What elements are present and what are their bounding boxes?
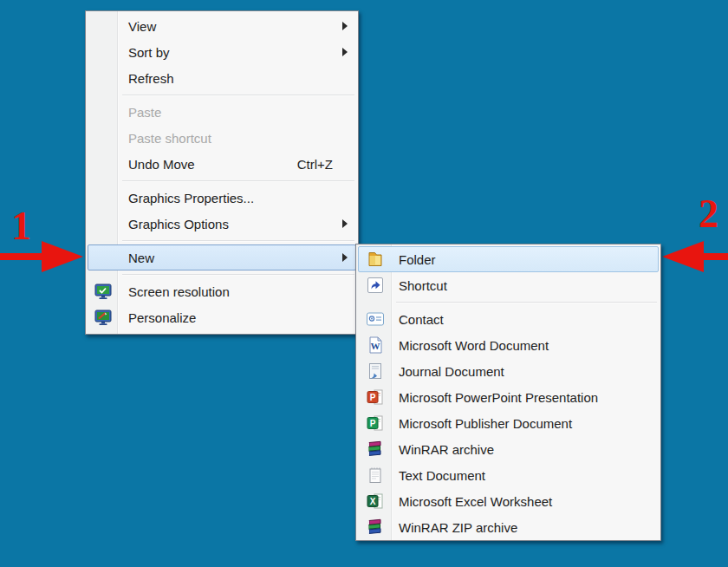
folder-icon [359, 250, 392, 269]
menu-item-label: New [118, 251, 355, 265]
menu-item-label: WinRAR archive [392, 442, 658, 457]
desktop-context-menu: ViewSort byRefreshPastePaste shortcutUnd… [85, 10, 359, 335]
menu-item-label: Refresh [118, 71, 355, 86]
context-menu-item-paste[interactable]: Paste [88, 99, 356, 125]
menu-item-label: Graphics Properties... [118, 191, 355, 205]
context-menu-item-refresh[interactable]: Refresh [88, 65, 356, 91]
menu-item-label: View [118, 19, 355, 34]
menu-separator [122, 180, 354, 181]
submenu-item-microsoft-excel-worksheet[interactable]: XMicrosoft Excel Worksheet [358, 488, 659, 514]
menu-separator [396, 302, 657, 303]
menu-item-label: Graphics Options [118, 217, 355, 231]
submenu-item-list: FolderShortcutContactWMicrosoft Word Doc… [356, 246, 660, 540]
annotation-number-2: 2 [699, 194, 718, 234]
contact-icon [359, 310, 392, 329]
menu-item-label: Paste shortcut [118, 131, 355, 146]
menu-item-label: Undo Move [118, 157, 297, 172]
menu-separator [122, 94, 354, 95]
submenu-item-microsoft-word-document[interactable]: WMicrosoft Word Document [358, 332, 659, 358]
svg-text:P: P [370, 393, 376, 402]
menu-item-label: Shortcut [392, 278, 658, 293]
menu-item-label: Sort by [118, 45, 355, 60]
context-menu-item-paste-shortcut[interactable]: Paste shortcut [88, 125, 356, 151]
svg-text:W: W [371, 341, 380, 351]
menu-item-label: Microsoft Word Document [392, 338, 658, 353]
desktop-background: 1 2 ViewSort byRefreshPastePaste shortcu… [0, 0, 728, 567]
excel-icon: X [359, 492, 392, 511]
svg-text:X: X [370, 497, 376, 506]
word-document-icon: W [359, 336, 392, 355]
submenu-item-winrar-zip-archive[interactable]: WinRAR ZIP archive [358, 514, 659, 540]
context-menu-item-graphics-properties[interactable]: Graphics Properties... [88, 185, 356, 211]
journal-document-icon [359, 362, 392, 381]
menu-item-label: Microsoft Publisher Document [392, 416, 658, 431]
personalize-icon [88, 308, 118, 327]
annotation-arrow-1-head [42, 241, 83, 272]
context-menu-item-undo-move[interactable]: Undo MoveCtrl+Z [88, 151, 356, 177]
menu-item-label: Folder [392, 252, 658, 267]
shortcut-icon [359, 276, 392, 295]
submenu-expand-arrow-icon [342, 48, 348, 56]
menu-item-label: Personalize [118, 310, 355, 325]
annotation-arrow-1-shaft [0, 253, 45, 260]
context-menu-item-graphics-options[interactable]: Graphics Options [88, 211, 356, 237]
new-submenu: FolderShortcutContactWMicrosoft Word Doc… [355, 244, 661, 541]
publisher-icon: P [359, 414, 392, 433]
menu-item-label: Paste [118, 105, 355, 120]
submenu-item-text-document[interactable]: Text Document [358, 462, 659, 488]
submenu-item-folder[interactable]: Folder [358, 246, 659, 272]
menu-item-label: Contact [392, 312, 658, 327]
submenu-item-winrar-archive[interactable]: WinRAR archive [358, 436, 659, 462]
menu-item-label: WinRAR ZIP archive [392, 520, 658, 535]
menu-item-label: Text Document [392, 468, 658, 483]
text-document-icon [359, 466, 392, 485]
winrar-archive-icon [359, 440, 392, 459]
submenu-expand-arrow-icon [342, 22, 348, 30]
powerpoint-icon: P [359, 388, 392, 407]
menu-separator [122, 274, 354, 275]
annotation-number-1: 1 [11, 206, 31, 246]
context-menu-item-list: ViewSort byRefreshPastePaste shortcutUnd… [86, 13, 358, 330]
annotation-arrow-2-head [662, 241, 704, 272]
context-menu-item-view[interactable]: View [88, 13, 356, 39]
submenu-expand-arrow-icon [342, 219, 348, 228]
keyboard-shortcut-label: Ctrl+Z [297, 157, 333, 172]
svg-text:P: P [370, 419, 376, 428]
winrar-zip-icon [359, 518, 392, 537]
menu-item-label: Microsoft Excel Worksheet [392, 494, 658, 509]
menu-item-label: Journal Document [392, 364, 658, 379]
menu-item-label: Microsoft PowerPoint Presentation [392, 390, 658, 405]
submenu-item-journal-document[interactable]: Journal Document [358, 358, 659, 384]
submenu-item-microsoft-powerpoint-presentation[interactable]: PMicrosoft PowerPoint Presentation [358, 384, 659, 410]
submenu-item-microsoft-publisher-document[interactable]: PMicrosoft Publisher Document [358, 410, 659, 436]
context-menu-item-personalize[interactable]: Personalize [88, 304, 356, 330]
screen-resolution-icon [88, 282, 118, 301]
submenu-expand-arrow-icon [342, 253, 348, 262]
menu-item-label: Screen resolution [118, 284, 355, 299]
submenu-item-shortcut[interactable]: Shortcut [358, 272, 659, 298]
context-menu-item-screen-resolution[interactable]: Screen resolution [88, 278, 356, 304]
submenu-item-contact[interactable]: Contact [358, 306, 659, 332]
context-menu-item-sort-by[interactable]: Sort by [88, 39, 356, 65]
menu-separator [122, 240, 354, 241]
context-menu-item-new[interactable]: New [88, 244, 356, 270]
